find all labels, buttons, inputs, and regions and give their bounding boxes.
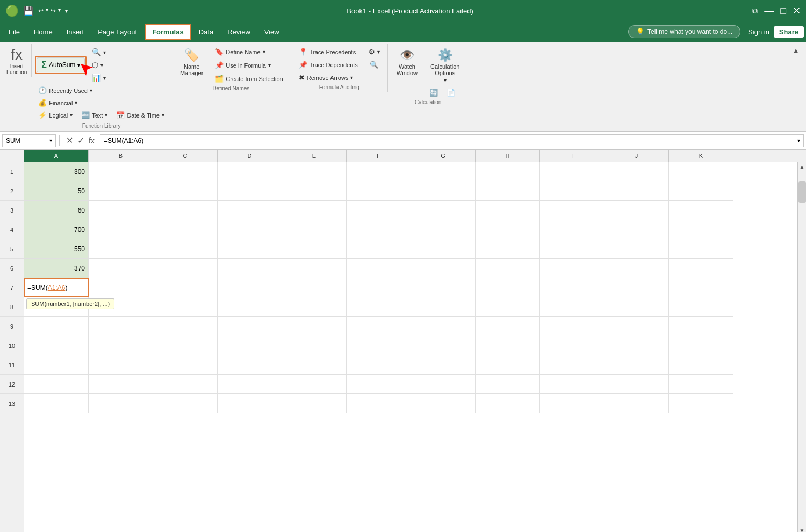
cell-G6[interactable]: [411, 259, 476, 278]
scroll-up-button[interactable]: ▲: [798, 162, 807, 171]
col-header-G[interactable]: G: [411, 150, 476, 162]
row-header-8[interactable]: 8: [0, 297, 24, 317]
menu-review[interactable]: Review: [221, 25, 257, 39]
create-from-selection-button[interactable]: 🗂️ Create from Selection: [212, 73, 286, 84]
cell-G5[interactable]: [411, 239, 476, 259]
cell-A6[interactable]: 370: [24, 259, 89, 278]
cell-I12[interactable]: [540, 375, 604, 394]
use-in-formula-dropdown[interactable]: ▾: [268, 62, 271, 68]
col-header-I[interactable]: I: [540, 150, 604, 162]
cell-E7[interactable]: [282, 278, 347, 297]
cell-F11[interactable]: [347, 355, 411, 375]
undo-dropdown[interactable]: ▾: [46, 7, 48, 14]
cell-J4[interactable]: [604, 220, 669, 239]
cell-A1[interactable]: 300: [24, 162, 89, 181]
minimize-button[interactable]: —: [764, 5, 774, 17]
menu-view[interactable]: View: [258, 25, 286, 39]
cell-K10[interactable]: [669, 336, 733, 355]
cell-F3[interactable]: [347, 201, 411, 220]
cell-H6[interactable]: [476, 259, 540, 278]
cell-I3[interactable]: [540, 201, 604, 220]
cancel-icon[interactable]: ✕: [66, 135, 73, 145]
cell-H12[interactable]: [476, 375, 540, 394]
redo-button[interactable]: ↪: [51, 7, 56, 14]
cell-J13[interactable]: [604, 394, 669, 413]
cell-F2[interactable]: [347, 181, 411, 201]
name-box[interactable]: SUM ▾: [2, 134, 56, 147]
text-button[interactable]: 🔤 Text ▾: [78, 110, 111, 121]
cell-G1[interactable]: [411, 162, 476, 181]
cell-G12[interactable]: [411, 375, 476, 394]
recently-used-button[interactable]: 🕐 Recently Used ▾: [35, 85, 168, 96]
cell-B1[interactable]: [89, 162, 153, 181]
cell-J7[interactable]: [604, 278, 669, 297]
cell-G9[interactable]: [411, 317, 476, 336]
redo-dropdown[interactable]: ▾: [58, 7, 61, 14]
cell-I13[interactable]: [540, 394, 604, 413]
func-icon-1[interactable]: 🔍 ▾: [89, 46, 109, 58]
cell-B6[interactable]: [89, 259, 153, 278]
recently-used-dropdown[interactable]: ▾: [90, 88, 92, 93]
cell-H13[interactable]: [476, 394, 540, 413]
cell-C9[interactable]: [153, 317, 218, 336]
cell-B11[interactable]: [89, 355, 153, 375]
cell-A10[interactable]: [24, 336, 89, 355]
datetime-dropdown[interactable]: ▾: [162, 112, 164, 118]
cell-G11[interactable]: [411, 355, 476, 375]
cell-B5[interactable]: [89, 239, 153, 259]
cell-H1[interactable]: [476, 162, 540, 181]
col-header-K[interactable]: K: [669, 150, 733, 162]
cell-H5[interactable]: [476, 239, 540, 259]
error-check-button[interactable]: ⚙ ▾: [365, 46, 383, 57]
trace-dependents-button[interactable]: 📌 Trace Dependents: [296, 59, 361, 70]
cell-F8[interactable]: [347, 297, 411, 317]
cell-J8[interactable]: [604, 297, 669, 317]
cell-B12[interactable]: [89, 375, 153, 394]
row-header-10[interactable]: 10: [0, 336, 24, 355]
cell-D10[interactable]: [218, 336, 282, 355]
calc-now-button[interactable]: 🔄: [426, 87, 441, 98]
datetime-button[interactable]: 📅 Date & Time ▾: [113, 110, 168, 121]
cell-H7[interactable]: [476, 278, 540, 297]
cell-G7[interactable]: [411, 278, 476, 297]
cell-H10[interactable]: [476, 336, 540, 355]
cell-D12[interactable]: [218, 375, 282, 394]
define-name-button[interactable]: 🔖 Define Name ▾: [212, 46, 286, 57]
cell-E9[interactable]: [282, 317, 347, 336]
calc-sheet-button[interactable]: 📄: [443, 87, 458, 98]
cell-I4[interactable]: [540, 220, 604, 239]
cell-G4[interactable]: [411, 220, 476, 239]
col-header-F[interactable]: F: [347, 150, 411, 162]
cell-J6[interactable]: [604, 259, 669, 278]
cell-C7[interactable]: [153, 278, 218, 297]
cell-C4[interactable]: [153, 220, 218, 239]
define-name-dropdown[interactable]: ▾: [263, 49, 265, 55]
text-dropdown[interactable]: ▾: [105, 112, 107, 118]
financial-button[interactable]: 💰 Financial ▾: [35, 97, 168, 108]
cell-B3[interactable]: [89, 201, 153, 220]
cell-A8[interactable]: SUM(number1, [number2], ...): [24, 297, 89, 317]
cell-D5[interactable]: [218, 239, 282, 259]
cell-K1[interactable]: [669, 162, 733, 181]
cell-I2[interactable]: [540, 181, 604, 201]
cell-K13[interactable]: [669, 394, 733, 413]
menu-file[interactable]: File: [2, 25, 26, 39]
cell-B9[interactable]: [89, 317, 153, 336]
cell-B4[interactable]: [89, 220, 153, 239]
cell-H8[interactable]: [476, 297, 540, 317]
cell-I9[interactable]: [540, 317, 604, 336]
logical-button[interactable]: ⚡ Logical ▾: [35, 110, 76, 121]
cell-F1[interactable]: [347, 162, 411, 181]
scroll-down-button[interactable]: ▼: [798, 526, 807, 532]
cell-H9[interactable]: [476, 317, 540, 336]
func-dropdown-2[interactable]: ▾: [100, 62, 103, 68]
cell-E6[interactable]: [282, 259, 347, 278]
cell-A13[interactable]: [24, 394, 89, 413]
cell-J11[interactable]: [604, 355, 669, 375]
confirm-icon[interactable]: ✓: [77, 135, 84, 145]
func-icon-3[interactable]: 📊 ▾: [89, 72, 109, 84]
cell-C12[interactable]: [153, 375, 218, 394]
cell-F6[interactable]: [347, 259, 411, 278]
cell-I5[interactable]: [540, 239, 604, 259]
cell-K11[interactable]: [669, 355, 733, 375]
